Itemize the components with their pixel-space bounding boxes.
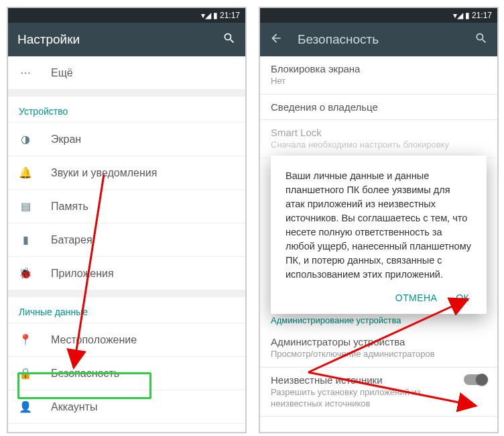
- item-title: Блокировка экрана: [271, 63, 487, 74]
- item-location[interactable]: 📍 Местоположение: [8, 323, 245, 357]
- battery-icon: ▮: [213, 11, 218, 20]
- status-time: 21:17: [220, 11, 240, 20]
- signal-icon: ▾◢: [453, 11, 463, 20]
- item-title: Сведения о владельце: [271, 101, 487, 113]
- divider: [8, 290, 245, 297]
- item-apps[interactable]: 🐞 Приложения: [8, 257, 245, 290]
- item-title: Неизвестные источники: [271, 374, 457, 386]
- more-icon: ⋯: [19, 66, 32, 79]
- item-screenlock[interactable]: Блокировка экрана Нет: [260, 56, 497, 95]
- item-label: Звуки и уведомления: [51, 167, 157, 179]
- status-bar: ▾◢ ▮ 21:17: [260, 8, 497, 23]
- item-subtitle: Просмотр/отключение администраторов: [271, 349, 487, 360]
- item-sound[interactable]: 🔔 Звуки и уведомления: [8, 156, 245, 190]
- battery-icon: ▮: [465, 11, 470, 20]
- dialog-body: Ваши личные данные и данные планшетного …: [286, 169, 472, 282]
- app-bar: Безопасность: [260, 23, 497, 56]
- item-label: Память: [51, 201, 88, 213]
- location-icon: 📍: [19, 333, 32, 346]
- item-smartlock: Smart Lock Сначала необходимо настроить …: [260, 120, 497, 158]
- item-title: Smart Lock: [271, 127, 487, 138]
- settings-list: ⋯ Ещё Устройство ◑ Экран 🔔 Звуки и уведо…: [8, 56, 245, 424]
- item-unknown-sources[interactable]: Неизвестные источники Разрешить установк…: [260, 368, 497, 417]
- bell-icon: 🔔: [19, 166, 32, 179]
- lock-icon: 🔒: [19, 367, 32, 380]
- page-title: Безопасность: [298, 32, 460, 47]
- item-label: Приложения: [51, 268, 114, 280]
- signal-icon: ▾◢: [201, 11, 211, 20]
- cancel-button[interactable]: ОТМЕНА: [395, 292, 437, 303]
- confirm-dialog: Ваши личные данные и данные планшетного …: [271, 156, 487, 314]
- item-device-admins[interactable]: Администраторы устройства Просмотр/отклю…: [260, 329, 497, 368]
- unknown-sources-toggle[interactable]: [464, 374, 487, 385]
- item-label: Ещё: [51, 67, 73, 79]
- section-device: Устройство: [8, 97, 245, 123]
- search-icon[interactable]: [223, 32, 236, 48]
- item-label: Безопасность: [51, 368, 119, 380]
- item-storage[interactable]: ▤ Память: [8, 190, 245, 223]
- dialog-actions: ОТМЕНА ОК: [286, 282, 472, 307]
- phone-settings: ▾◢ ▮ 21:17 Настройки ⋯ Ещё Устройство ◑ …: [7, 7, 247, 433]
- item-battery[interactable]: ▮ Батарея: [8, 223, 245, 257]
- battery-icon: ▮: [19, 233, 32, 246]
- page-title: Настройки: [17, 32, 208, 47]
- section-personal: Личные данные: [8, 297, 245, 323]
- search-icon[interactable]: [475, 32, 488, 48]
- app-bar: Настройки: [8, 23, 245, 56]
- item-subtitle: Сначала необходимо настроить блокировку: [271, 140, 487, 151]
- item-title: Администраторы устройства: [271, 336, 487, 347]
- item-owner[interactable]: Сведения о владельце: [260, 95, 497, 120]
- item-more[interactable]: ⋯ Ещё: [8, 56, 245, 90]
- phone-security: ▾◢ ▮ 21:17 Безопасность Блокировка экран…: [259, 7, 499, 433]
- account-icon: 👤: [19, 400, 32, 413]
- status-time: 21:17: [472, 11, 492, 20]
- item-subtitle: Разрешить установку приложений из неизве…: [271, 387, 457, 410]
- storage-icon: ▤: [19, 200, 32, 213]
- apps-icon: 🐞: [19, 267, 32, 280]
- divider: [8, 90, 245, 97]
- item-display[interactable]: ◑ Экран: [8, 123, 245, 156]
- item-label: Аккаунты: [51, 401, 97, 413]
- ok-button[interactable]: ОК: [456, 292, 469, 303]
- item-security[interactable]: 🔒 Безопасность: [8, 357, 245, 390]
- item-label: Экран: [51, 133, 81, 146]
- display-icon: ◑: [19, 133, 32, 146]
- item-label: Местоположение: [51, 334, 137, 346]
- item-accounts[interactable]: 👤 Аккаунты: [8, 390, 245, 424]
- status-bar: ▾◢ ▮ 21:17: [8, 8, 245, 23]
- item-label: Батарея: [51, 234, 92, 246]
- item-subtitle: Нет: [271, 76, 487, 87]
- back-icon[interactable]: [269, 32, 283, 48]
